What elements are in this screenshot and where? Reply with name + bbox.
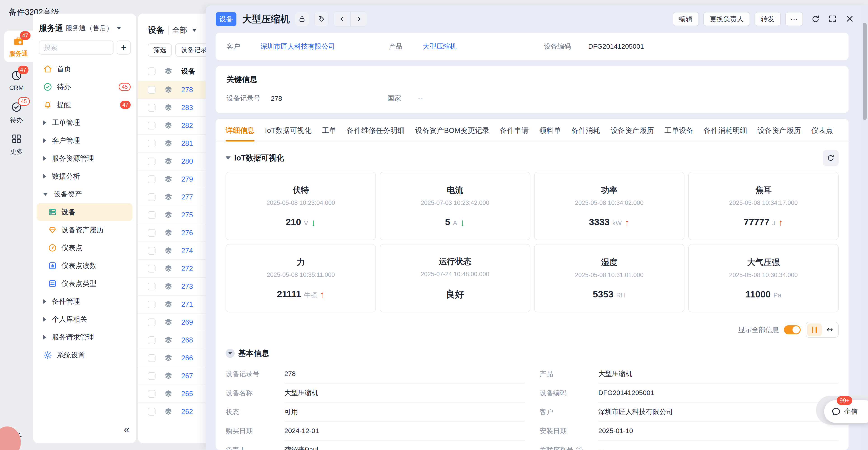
iot-card-pressure[interactable]: 大气压强 2025-05-08 10:30:34.000 11000Pa [688,244,839,312]
record-link[interactable]: 269 [181,318,193,327]
unlock-icon[interactable] [295,12,309,26]
forward-button[interactable]: 转发 [754,12,781,26]
product-link[interactable]: 大型压缩机 [423,42,457,51]
sidebar-group-device-asset[interactable]: 设备资产 [33,185,136,203]
row-checkbox[interactable] [148,265,156,273]
record-link[interactable]: 275 [181,211,193,219]
record-link[interactable]: 283 [181,104,193,112]
tab-maintenance-tasks[interactable]: 备件维修任务明细 [347,125,405,141]
sidebar-group-service-resource[interactable]: 服务资源管理 [33,149,136,167]
customer-link[interactable]: 深圳市匠人科技有限公司 [598,402,839,421]
next-record-button[interactable] [350,12,367,26]
record-link[interactable]: 267 [181,372,193,380]
row-checkbox[interactable] [148,158,156,165]
iot-card-joule[interactable]: 焦耳 2025-05-08 10:34:17.000 77777J↑ [688,172,839,240]
tab-consumption-details[interactable]: 备件消耗明细 [704,125,747,141]
sidebar-item-device[interactable]: 设备 [37,203,132,221]
column-header[interactable]: 设备 [181,66,195,76]
row-checkbox[interactable] [148,372,156,380]
row-checkbox[interactable] [148,301,156,308]
more-actions-button[interactable]: ⋯ [785,12,803,26]
record-link[interactable]: 282 [181,121,193,130]
rail-item-crm[interactable]: 47 CRM [0,69,33,91]
row-checkbox[interactable] [148,193,156,201]
sidebar-header[interactable]: 服务通 服务通（售后） [33,20,136,34]
row-checkbox[interactable] [148,86,156,94]
collapse-triangle-icon[interactable] [225,157,230,160]
row-checkbox[interactable] [148,229,156,237]
row-checkbox[interactable] [148,354,156,362]
row-checkbox[interactable] [148,318,156,326]
product-link[interactable]: 大型压缩机 [598,364,839,384]
customer-link[interactable]: 深圳市匠人科技有限公司 [260,42,335,51]
rail-item-more[interactable]: 更多 [0,133,33,156]
tab-work-orders[interactable]: 工单 [322,125,336,141]
row-checkbox[interactable] [148,247,156,255]
sidebar-group-service-request[interactable]: 服务请求管理 [33,328,136,346]
filter-button[interactable]: 筛选 [148,44,172,57]
sidebar-group-data-analysis[interactable]: 数据分析 [33,167,136,185]
tab-iot-visualization[interactable]: IoT数据可视化 [265,125,311,141]
row-checkbox[interactable] [148,122,156,130]
sidebar-item-device-history[interactable]: 设备资产履历 [33,221,136,239]
edit-button[interactable]: 编辑 [673,12,699,26]
sidebar-group-customer[interactable]: 客户管理 [33,132,136,149]
record-link[interactable]: 266 [181,354,193,362]
sidebar-item-meter-readings[interactable]: 仪表点读数 [33,257,136,275]
tag-icon[interactable] [314,12,329,26]
row-checkbox[interactable] [148,211,156,219]
rail-item-service[interactable]: 47 服务通 [4,31,33,62]
sidebar-group-personal-repo[interactable]: 个人库相关 [33,310,136,328]
record-link[interactable]: 274 [181,247,193,255]
record-link[interactable]: 278 [181,86,193,94]
record-link[interactable]: 279 [181,175,193,184]
list-scope-selector[interactable]: 全部 [172,25,187,35]
row-checkbox[interactable] [148,408,156,416]
row-checkbox[interactable] [148,390,156,398]
tab-asset-history[interactable]: 设备资产履历 [611,125,654,141]
record-link[interactable]: 280 [181,157,193,166]
record-link[interactable]: 272 [181,264,193,273]
record-link[interactable]: 276 [181,229,193,237]
iot-card-run-status[interactable]: 运行状态 2025-07-24 10:48:00.000 良好 [380,244,530,312]
search-input[interactable] [39,40,114,55]
record-link[interactable]: 273 [181,282,193,291]
sidebar-group-spare-parts[interactable]: 备件管理 [33,292,136,310]
tab-bom-changes[interactable]: 设备资产BOM变更记录 [415,125,489,141]
record-link[interactable]: 281 [181,139,193,148]
rail-item-todo[interactable]: 45 待办 [0,101,33,124]
sidebar-group-workorder[interactable]: 工单管理 [33,114,136,132]
refresh-icon[interactable] [811,15,820,24]
fullscreen-icon[interactable] [828,15,837,24]
collapse-circle[interactable] [225,349,235,358]
iot-refresh-button[interactable] [823,150,839,166]
tab-picking-lists[interactable]: 领料单 [539,125,561,141]
change-owner-button[interactable]: 更换负责人 [704,12,750,26]
iot-card-current[interactable]: 电流 2025-07-03 10:23:42.000 5A↓ [380,172,530,240]
sidebar-item-system-settings[interactable]: 系统设置 [33,346,136,364]
add-button[interactable]: + [117,40,131,55]
tab-asset-history-2[interactable]: 设备资产履历 [757,125,801,141]
iot-card-power[interactable]: 功率 2025-05-08 10:34:02.000 3333kW↑ [534,172,684,240]
sidebar-item-todo[interactable]: 待办 45 [33,78,136,96]
chat-widget[interactable]: 99+ 企信 [824,400,868,423]
tab-details[interactable]: 详细信息 [225,125,254,141]
sidebar-collapse-button[interactable]: « [124,424,129,435]
row-checkbox[interactable] [148,283,156,290]
row-checkbox[interactable] [148,104,156,112]
close-icon[interactable] [845,15,855,24]
tab-part-requests[interactable]: 备件申请 [500,125,529,141]
sidebar-item-home[interactable]: 首页 [33,60,136,78]
tab-meter-points[interactable]: 仪表点 [811,125,833,141]
prev-record-button[interactable] [334,12,350,26]
scrollbar-thumb[interactable] [863,23,867,120]
sidebar-item-reminder[interactable]: 提醒 47 [33,96,136,114]
record-link[interactable]: 268 [181,336,193,344]
tab-part-consumption[interactable]: 备件消耗 [571,125,600,141]
record-link[interactable]: 265 [181,390,193,398]
pause-segment-button[interactable] [807,324,822,336]
show-all-toggle[interactable] [784,325,801,334]
help-icon[interactable]: ? [576,447,583,450]
iot-card-humidity[interactable]: 湿度 2025-05-08 10:31:01.000 5353RH [534,244,684,312]
row-checkbox[interactable] [148,336,156,344]
